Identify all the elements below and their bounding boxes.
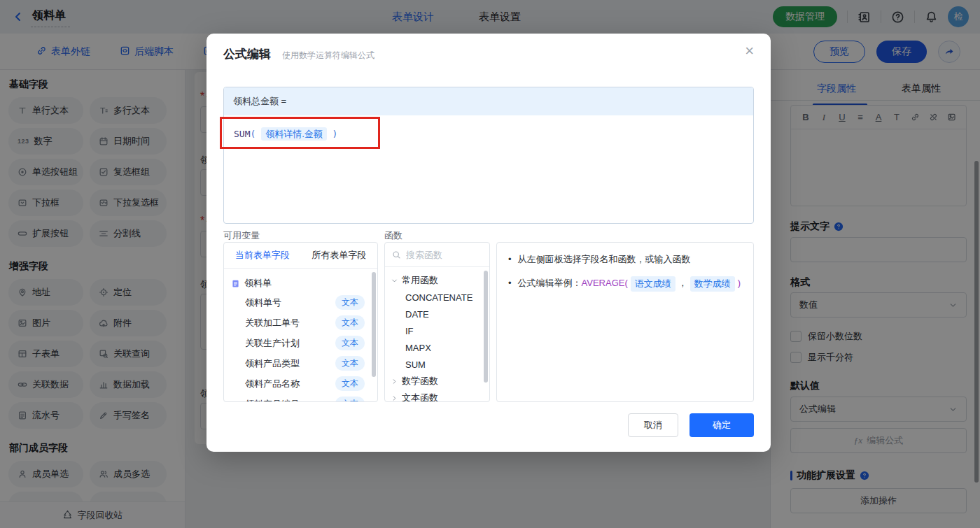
variable-row[interactable]: 关联生产计划文本 xyxy=(231,333,377,353)
variables-panel: 当前表单字段 所有表单字段 领料单 领料单号文本 关联加工单号文本 关联生产计划… xyxy=(223,242,378,402)
chevron-down-icon xyxy=(391,277,398,285)
function-item-date[interactable]: DATE xyxy=(391,306,489,322)
function-item-concatenate[interactable]: CONCATENATE xyxy=(391,289,489,306)
confirm-button[interactable]: 确定 xyxy=(690,413,754,437)
function-item-mapx[interactable]: MAPX xyxy=(391,339,489,356)
tab-all-form-fields[interactable]: 所有表单字段 xyxy=(301,243,378,268)
type-badge: 文本 xyxy=(335,336,365,350)
function-group-math[interactable]: 数学函数 xyxy=(391,373,489,390)
average-function: AVERAGE xyxy=(582,276,625,290)
variable-row[interactable]: 领料产品类型文本 xyxy=(231,353,377,373)
form-designer-screen: 领料单 表单设计 表单设置 数据管理 检 表单外链 后端脚本 数据权限 预览 保… xyxy=(0,0,980,528)
search-icon xyxy=(392,250,401,259)
function-search[interactable] xyxy=(385,243,489,267)
help-line-1: 从左侧面板选择字段名和函数，或输入函数 xyxy=(508,252,742,266)
variable-row[interactable]: 领料单号文本 xyxy=(231,292,377,313)
variables-scrollbar[interactable] xyxy=(372,272,376,377)
functions-label: 函数 xyxy=(384,229,402,242)
modal-title: 公式编辑 xyxy=(223,46,271,62)
function-group-common[interactable]: 常用函数 xyxy=(391,272,489,289)
formula-editor[interactable]: 领料总金额 = SUM( 领料详情.金额 ) xyxy=(223,87,754,224)
function-group-text[interactable]: 文本函数 xyxy=(391,390,489,402)
variables-label: 可用变量 xyxy=(223,229,260,242)
type-badge: 文本 xyxy=(335,397,365,402)
function-item-if[interactable]: IF xyxy=(391,322,489,339)
type-badge: 文本 xyxy=(335,315,365,330)
form-tree-node[interactable]: 领料单 xyxy=(231,274,377,292)
type-badge: 文本 xyxy=(335,295,365,310)
help-line-2: 公式编辑举例：AVERAGE( 语文成绩 ， 数学成绩 ) xyxy=(508,276,742,292)
modal-subtitle: 使用数学运算符编辑公式 xyxy=(282,50,374,62)
cancel-button[interactable]: 取消 xyxy=(628,413,678,437)
type-badge: 文本 xyxy=(335,356,365,371)
variable-row[interactable]: 领料产品名称文本 xyxy=(231,373,377,394)
formula-target: 领料总金额 = xyxy=(224,87,753,115)
example-chip-chinese: 语文成绩 xyxy=(631,276,676,292)
type-badge: 文本 xyxy=(335,376,365,391)
variable-row[interactable]: 关联加工单号文本 xyxy=(231,313,377,333)
help-panel: 从左侧面板选择字段名和函数，或输入函数 公式编辑举例：AVERAGE( 语文成绩… xyxy=(496,242,754,402)
form-file-icon xyxy=(231,279,240,288)
formula-edit-modal: 公式编辑 使用数学运算符编辑公式 × 领料总金额 = SUM( 领料详情.金额 … xyxy=(206,34,771,452)
function-item-sum[interactable]: SUM xyxy=(391,356,489,373)
red-annotation-box xyxy=(220,117,380,149)
example-chip-math: 数学成绩 xyxy=(690,276,735,292)
functions-scrollbar[interactable] xyxy=(484,271,488,383)
functions-panel: 常用函数 CONCATENATE DATE IF MAPX SUM 数学函数 文… xyxy=(384,242,490,402)
function-search-input[interactable] xyxy=(406,250,469,260)
chevron-right-icon xyxy=(391,378,398,385)
tab-current-form-fields[interactable]: 当前表单字段 xyxy=(224,243,301,268)
variable-row[interactable]: 领料产品编号文本 xyxy=(231,394,377,402)
close-icon[interactable]: × xyxy=(745,43,754,59)
chevron-right-icon xyxy=(391,394,398,402)
